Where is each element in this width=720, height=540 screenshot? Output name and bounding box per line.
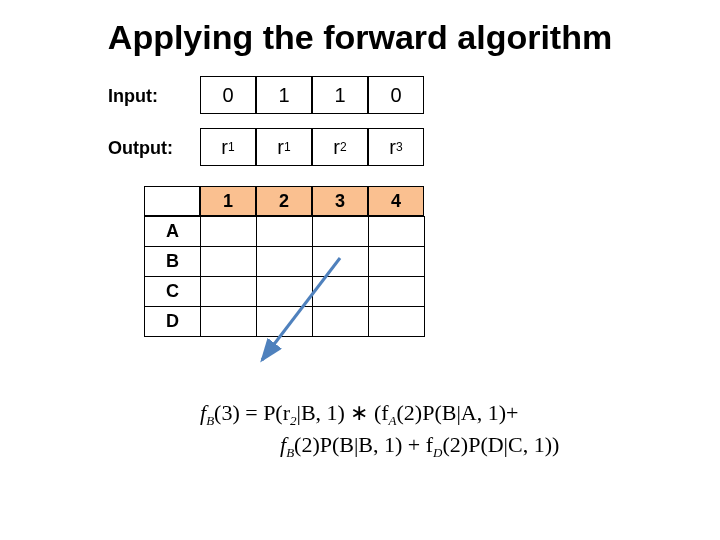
output-label: Output: <box>108 138 173 159</box>
input-label: Input: <box>108 86 158 107</box>
output-cell: r1 <box>256 128 312 166</box>
col-header: 3 <box>312 186 368 216</box>
row-header: C <box>145 277 201 307</box>
row-header: B <box>145 247 201 277</box>
table-cell <box>201 247 257 277</box>
row-header: A <box>145 217 201 247</box>
table-cell <box>369 277 425 307</box>
table-cell <box>257 247 313 277</box>
table-cell <box>369 217 425 247</box>
table-cell <box>313 307 369 337</box>
table-cell <box>313 247 369 277</box>
input-cell: 0 <box>200 76 256 114</box>
col-header: 1 <box>200 186 256 216</box>
formula-line-2: fB(2)P(B|B, 1) + fD(2)P(D|C, 1)) <box>280 432 559 458</box>
col-header: 4 <box>368 186 424 216</box>
table-cell <box>369 247 425 277</box>
row-header: D <box>145 307 201 337</box>
table-cell <box>369 307 425 337</box>
input-cell: 0 <box>368 76 424 114</box>
output-cell: r2 <box>312 128 368 166</box>
table-cell <box>257 307 313 337</box>
output-cell: r1 <box>200 128 256 166</box>
table-cell <box>257 217 313 247</box>
corner-cell <box>144 186 200 216</box>
table-cell <box>313 217 369 247</box>
col-header: 2 <box>256 186 312 216</box>
slide-title: Applying the forward algorithm <box>0 18 720 57</box>
input-cell: 1 <box>256 76 312 114</box>
input-cell: 1 <box>312 76 368 114</box>
table-cell <box>257 277 313 307</box>
forward-table: ABCD <box>144 216 425 337</box>
table-cell <box>201 307 257 337</box>
table-cell <box>201 277 257 307</box>
formula-line-1: fB(3) = P(r2|B, 1) ∗ (fA(2)P(B|A, 1)+ <box>200 400 518 426</box>
table-cell <box>313 277 369 307</box>
output-cell: r3 <box>368 128 424 166</box>
table-cell <box>201 217 257 247</box>
